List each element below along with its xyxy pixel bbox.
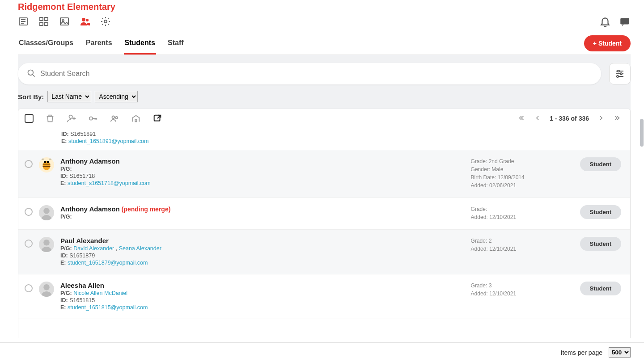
parent-link[interactable]: Nicole Allen McDaniel (73, 290, 127, 296)
row-select-radio[interactable] (25, 284, 33, 292)
settings-view-icon[interactable] (100, 16, 111, 27)
search-box[interactable] (18, 63, 601, 84)
row-select-radio[interactable] (25, 208, 33, 216)
svg-point-39 (43, 284, 50, 290)
bell-icon[interactable] (599, 16, 611, 27)
student-email-link[interactable]: student_1651815@yopmail.com (68, 304, 148, 311)
svg-rect-5 (45, 17, 48, 21)
scrollbar-thumb[interactable] (640, 119, 644, 147)
svg-point-25 (89, 117, 93, 120)
svg-line-15 (33, 74, 35, 76)
svg-point-34 (43, 161, 51, 170)
student-name[interactable]: Paul Alexander (60, 237, 465, 244)
svg-point-35 (44, 161, 46, 163)
people-view-icon[interactable] (80, 16, 90, 27)
next-page-icon[interactable] (597, 114, 605, 123)
avatar (39, 282, 54, 297)
sort-by-label: Sort By: (18, 93, 44, 101)
items-per-page-select[interactable]: 500 (609, 347, 631, 358)
svg-point-37 (43, 208, 50, 214)
svg-point-21 (617, 76, 619, 77)
select-all-checkbox[interactable] (25, 114, 34, 123)
svg-point-19 (620, 73, 622, 75)
svg-point-11 (86, 19, 89, 21)
list-item: Aleesha Allen P/G: Nicole Allen McDaniel… (18, 274, 630, 319)
svg-rect-4 (40, 17, 43, 21)
news-view-icon[interactable] (18, 16, 29, 27)
parent-link[interactable]: David Alexander (73, 245, 114, 252)
student-name[interactable]: Aleesha Allen (60, 282, 465, 289)
tab-classes-groups[interactable]: Classes/Groups (18, 34, 74, 55)
parent-link[interactable]: Seana Alexander (119, 245, 161, 252)
svg-rect-6 (40, 22, 43, 25)
list-item: Paul Alexander P/G: David Alexander , Se… (18, 230, 630, 274)
svg-point-29 (112, 116, 115, 119)
svg-point-30 (115, 117, 118, 119)
svg-rect-8 (60, 18, 68, 25)
last-page-icon[interactable] (613, 114, 621, 123)
school-title: Ridgemont Elementary (18, 0, 631, 12)
sort-direction-select[interactable]: Ascending (95, 91, 138, 102)
student-email-link[interactable]: student_s1651718@yopmail.com (68, 180, 151, 186)
svg-rect-32 (154, 115, 160, 121)
list-item-partial: ID: S1651891 E: student_1651891@yopmail.… (18, 128, 630, 150)
search-input[interactable] (40, 70, 592, 78)
role-badge: Student (580, 282, 621, 295)
prev-page-icon[interactable] (534, 114, 542, 123)
school-icon[interactable] (131, 114, 141, 123)
svg-point-17 (618, 70, 619, 72)
svg-rect-13 (620, 18, 629, 24)
tab-staff[interactable]: Staff (167, 34, 185, 55)
row-select-radio[interactable] (25, 240, 33, 248)
avatar (39, 157, 54, 173)
view-icons (18, 16, 111, 27)
image-view-icon[interactable] (59, 16, 70, 27)
sort-field-select[interactable]: Last Name (47, 91, 91, 102)
first-page-icon[interactable] (517, 114, 525, 123)
pagination-range: 1 - 336 of 336 (550, 115, 589, 122)
student-name[interactable]: Anthony Adamson (60, 157, 465, 165)
student-email-link[interactable]: student_1651891@yopmail.com (68, 138, 148, 144)
tab-parents[interactable]: Parents (85, 34, 113, 55)
role-badge: Student (580, 205, 621, 219)
svg-rect-7 (45, 22, 48, 25)
svg-point-12 (104, 20, 107, 23)
pending-merge-label: (pending merge) (122, 206, 171, 213)
add-student-button[interactable]: + Student (584, 35, 631, 51)
row-select-radio[interactable] (25, 160, 33, 168)
avatar (39, 237, 54, 252)
list-item: Anthony Adamson (pending merge) P/G: Gra… (18, 198, 630, 230)
svg-point-38 (43, 240, 50, 246)
key-icon[interactable] (88, 114, 98, 123)
tab-students[interactable]: Students (124, 34, 156, 55)
nav-tabs: Classes/Groups Parents Students Staff (18, 34, 185, 55)
student-email-link[interactable]: student_1651879@yopmail.com (68, 260, 148, 266)
export-icon[interactable] (153, 114, 162, 123)
list-item: Anthony Adamson P/G: ID: S1651718 E: stu… (18, 150, 630, 198)
group-icon[interactable] (110, 114, 119, 123)
grid-view-icon[interactable] (38, 16, 49, 27)
svg-point-36 (47, 161, 49, 163)
svg-rect-31 (135, 119, 137, 122)
items-per-page-label: Items per page (561, 349, 602, 356)
add-person-icon[interactable] (67, 114, 76, 123)
filter-button[interactable] (609, 63, 631, 84)
role-badge: Student (580, 157, 621, 171)
avatar (39, 205, 54, 220)
delete-icon[interactable] (45, 114, 55, 123)
chat-icon[interactable] (619, 16, 631, 27)
pagination: 1 - 336 of 336 (517, 114, 621, 123)
role-badge: Student (580, 237, 621, 251)
search-icon (27, 69, 36, 79)
svg-point-10 (82, 18, 85, 21)
svg-point-14 (28, 70, 34, 75)
svg-point-22 (69, 115, 72, 118)
student-name[interactable]: Anthony Adamson (60, 205, 120, 213)
student-list: ID: S1651891 E: student_1651891@yopmail.… (18, 128, 631, 338)
